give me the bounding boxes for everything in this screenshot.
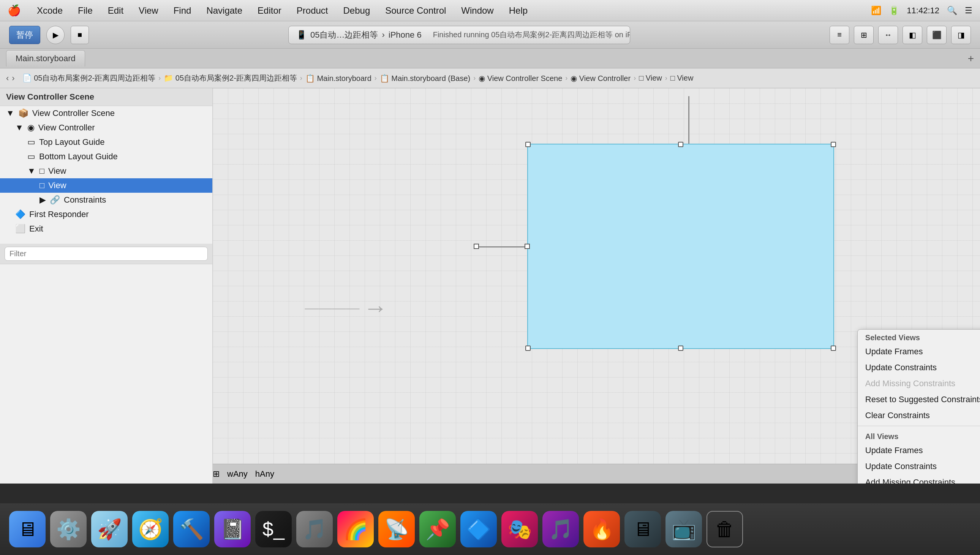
sidebar-item-view-controller-scene[interactable]: ▼ 📦 View Controller Scene [0,106,212,120]
breadcrumb-sep-5: › [565,74,568,82]
pause-button[interactable]: 暂停 [9,26,40,44]
sidebar-label-constraints: Constraints [64,195,106,205]
menu-xcode[interactable]: Xcode [35,4,65,18]
sidebar-item-top-layout-guide[interactable]: ▭ Top Layout Guide [0,135,212,149]
menu-product[interactable]: Product [294,4,331,18]
ctx-clear-constraints-selected[interactable]: Clear Constraints [858,407,980,423]
resize-handle-bottom-left[interactable] [525,346,531,351]
resize-handle-top-left[interactable] [525,142,531,147]
menu-find[interactable]: Find [171,4,194,18]
menu-window[interactable]: Window [459,4,496,18]
dock-terminal[interactable]: $_ [255,511,292,547]
tab-add-button[interactable]: + [968,53,974,65]
dock-app1[interactable]: 📌 [419,511,456,547]
breadcrumb-back-button[interactable]: ‹ [6,73,9,83]
canvas-area[interactable]: ———— → Selected Views Update Frames ⌥⌘= … [213,88,980,484]
dock-xcode[interactable]: 🔨 [173,511,210,547]
sidebar-item-view-parent[interactable]: ▼ □ View [0,164,212,178]
canvas-bar-icon[interactable]: ⊞ [213,469,219,479]
dock-music[interactable]: 🎵 [296,511,333,547]
dock-trash[interactable]: 🗑 [707,511,743,547]
apple-logo-icon[interactable]: 🍎 [8,4,21,17]
menu-help[interactable]: Help [507,4,530,18]
sidebar-item-view-child[interactable]: □ View [0,178,212,193]
dock-app2[interactable]: 🔷 [460,511,497,547]
stop-button[interactable]: ■ [70,26,89,44]
arrow-line: ———— [305,300,359,316]
expand-icon-view: ▼ [27,166,36,176]
menu-editor[interactable]: Editor [255,4,284,18]
run-button[interactable]: ▶ [46,26,65,44]
sidebar-item-exit[interactable]: ⬜ Exit [0,221,212,236]
dock-display[interactable]: 🖥 [625,511,661,547]
dock-finder[interactable]: 🖥 [9,511,46,547]
resize-handle-bottom-center[interactable] [678,346,683,351]
menu-file[interactable]: File [75,4,95,18]
ctx-all-update-frames[interactable]: Update Frames [858,443,980,459]
breadcrumb-item-6[interactable]: ◉ View Controller [571,74,630,83]
ctx-reset-suggested-selected[interactable]: Reset to Suggested Constraints ⌥⇧⌘= [858,391,980,407]
tab-main-storyboard[interactable]: Main.storyboard [6,50,85,67]
dock-onenote[interactable]: 📓 [214,511,251,547]
resize-handle-bottom-right[interactable] [831,346,836,351]
scheme-selector[interactable]: 📱 05自动…边距相等 › iPhone 6 Finished running … [288,26,630,44]
dock-app5[interactable]: 🔥 [584,511,620,547]
blue-view[interactable] [527,144,834,349]
navigator-button[interactable]: ◧ [903,26,922,44]
menu-edit[interactable]: Edit [106,4,126,18]
breadcrumb-sep-1: › [158,74,161,82]
editor-version-button[interactable]: ↔ [878,26,898,44]
ctx-update-constraints[interactable]: Update Constraints ⇧⌘= [858,359,980,375]
menu-navigate[interactable]: Navigate [204,4,245,18]
constraint-handle-right[interactable] [524,244,530,249]
breadcrumb-item-1[interactable]: 📄 05自动布局案例2-距离四周边距相等 [22,73,156,83]
menu-debug[interactable]: Debug [341,4,372,18]
breadcrumb-item-2[interactable]: 📁 05自动布局案例2-距离四周边距相等 [164,73,297,83]
dock-transmit[interactable]: 📡 [378,511,415,547]
menu-bar-right: 📶 🔋 11:42:12 🔍 ☰ [871,6,972,16]
ctx-reset-suggested-selected-label: Reset to Suggested Constraints [865,395,980,404]
dock-monitor[interactable]: 📺 [665,511,702,547]
ctx-all-update-frames-label: Update Frames [865,446,923,456]
menu-source-control[interactable]: Source Control [383,4,448,18]
editor-assist-button[interactable]: ⊞ [854,26,874,44]
sidebar-item-first-responder[interactable]: 🔷 First Responder [0,207,212,221]
resize-handle-top-right[interactable] [831,142,836,147]
expand-icon-constraints: ▶ [40,195,46,205]
breadcrumb-forward-button[interactable]: › [12,73,14,83]
sidebar-search-input[interactable] [5,247,208,261]
breadcrumb-item-8[interactable]: □ View [670,74,694,82]
exit-icon: ⬜ [15,224,26,234]
breadcrumb-item-5[interactable]: ◉ View Controller Scene [479,74,562,83]
dock-app3[interactable]: 🎭 [501,511,538,547]
expand-icon-vc: ▼ [15,123,24,133]
debug-area-button[interactable]: ⬛ [927,26,946,44]
search-icon[interactable]: 🔍 [947,6,957,16]
dock-launchpad[interactable]: 🚀 [91,511,128,547]
notification-icon[interactable]: ☰ [965,6,972,16]
constraint-line-vertical [688,96,689,148]
toolbar-right: ≡ ⊞ ↔ ◧ ⬛ ◨ [830,26,971,44]
dock-safari[interactable]: 🧭 [132,511,169,547]
ctx-all-update-constraints[interactable]: Update Constraints [858,459,980,475]
view-child-icon: □ [40,181,45,191]
resize-handle-top-center[interactable] [678,142,683,147]
dock-system-preferences[interactable]: ⚙️ [50,511,86,547]
constraint-handle-left[interactable] [474,244,479,249]
utilities-button[interactable]: ◨ [951,26,971,44]
sidebar-label-exit: Exit [29,224,43,234]
sidebar-item-view-controller[interactable]: ▼ ◉ View Controller [0,120,212,135]
breadcrumb-item-3[interactable]: 📋 Main.storyboard [305,74,371,83]
battery-icon: 🔋 [889,6,899,16]
dock-photos[interactable]: 🌈 [337,511,374,547]
sidebar-item-bottom-layout-guide[interactable]: ▭ Bottom Layout Guide [0,149,212,164]
ctx-update-frames[interactable]: Update Frames ⌥⌘= [858,344,980,359]
ctx-all-add-missing[interactable]: Add Missing Constraints [858,475,980,484]
toolbar: 暂停 ▶ ■ 📱 05自动…边距相等 › iPhone 6 Finished r… [0,21,980,49]
editor-standard-button[interactable]: ≡ [830,26,849,44]
menu-view[interactable]: View [136,4,161,18]
breadcrumb-item-7[interactable]: □ View [639,74,662,82]
breadcrumb-item-4[interactable]: 📋 Main.storyboard (Base) [380,74,470,83]
sidebar-item-constraints[interactable]: ▶ 🔗 Constraints [0,193,212,207]
dock-app4[interactable]: 🎵 [542,511,579,547]
